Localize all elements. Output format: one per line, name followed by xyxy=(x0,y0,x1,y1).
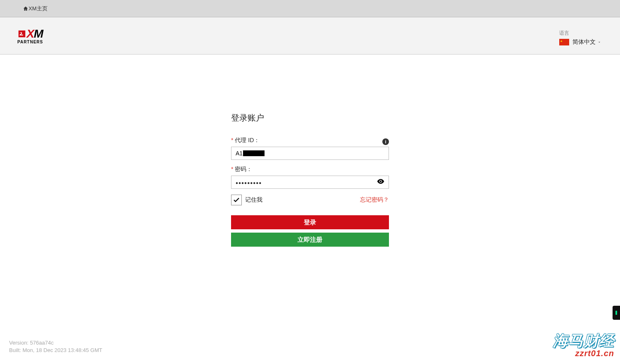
home-icon xyxy=(23,6,29,12)
watermark: 海马财经 zzrt01.cn xyxy=(553,331,614,358)
language-section: 语言 简体中文 xyxy=(559,30,601,46)
login-form: 登录账户 *代理 ID： i A1 *密码： ●●●●●●●●● xyxy=(231,112,389,250)
logo-subtext: PARTNERS xyxy=(17,40,43,44)
flag-china-icon xyxy=(559,39,569,45)
header: XM PARTNERS 语言 简体中文 xyxy=(0,17,620,55)
language-selector[interactable]: 简体中文 xyxy=(559,38,601,46)
watermark-main: 海马财经 xyxy=(553,331,614,351)
version-text: Version: 576aa74c xyxy=(9,339,102,347)
forgot-password-link[interactable]: 忘记密码？ xyxy=(360,196,389,204)
remember-row: 记住我 忘记密码？ xyxy=(231,195,389,205)
info-icon[interactable]: i xyxy=(382,138,389,145)
chevron-down-icon xyxy=(597,40,601,44)
build-text: Built: Mon, 18 Dec 2023 13:48:45 GMT xyxy=(9,347,102,354)
remember-checkbox[interactable] xyxy=(231,195,242,205)
footer-info: Version: 576aa74c Built: Mon, 18 Dec 202… xyxy=(9,339,102,354)
redacted-portion xyxy=(243,150,265,156)
logo-icon xyxy=(17,29,26,38)
language-name: 简体中文 xyxy=(572,38,596,46)
agent-id-label: *代理 ID： xyxy=(231,137,260,144)
login-button[interactable]: 登录 xyxy=(231,215,389,229)
home-link-label: XM主页 xyxy=(29,5,48,12)
agent-id-field: *代理 ID： i A1 xyxy=(231,137,389,160)
side-tab[interactable] xyxy=(613,306,620,320)
check-icon xyxy=(233,196,240,204)
password-label: *密码： xyxy=(231,166,389,173)
top-bar: XM主页 xyxy=(0,0,620,17)
remember-label: 记住我 xyxy=(245,196,262,204)
logo-text: XM xyxy=(26,27,43,40)
register-button[interactable]: 立即注册 xyxy=(231,233,389,247)
form-title: 登录账户 xyxy=(231,112,389,124)
password-input[interactable]: ●●●●●●●●● xyxy=(231,176,389,189)
main-content: 登录账户 *代理 ID： i A1 *密码： ●●●●●●●●● xyxy=(0,55,620,250)
home-link[interactable]: XM主页 xyxy=(23,5,48,12)
language-label: 语言 xyxy=(559,30,601,37)
logo: XM PARTNERS xyxy=(17,27,43,44)
side-tab-icon xyxy=(615,311,617,315)
password-field: *密码： ●●●●●●●●● xyxy=(231,166,389,189)
eye-icon[interactable] xyxy=(377,177,385,187)
agent-id-input[interactable]: A1 xyxy=(231,147,389,160)
